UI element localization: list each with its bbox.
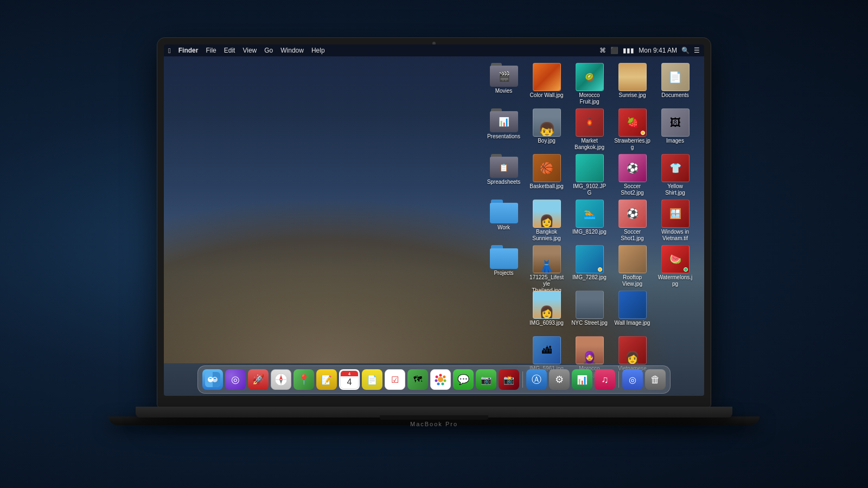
- icon-work[interactable]: Work: [483, 197, 524, 241]
- dock-item-reminders[interactable]: ☑: [385, 369, 405, 390]
- edit-menu[interactable]: Edit: [224, 47, 235, 54]
- notification-icon[interactable]: ☰: [694, 47, 700, 54]
- dock-item-calendar[interactable]: 4 4: [339, 369, 360, 390]
- dock-item-siri[interactable]: ◎: [225, 369, 246, 390]
- icon-documents[interactable]: 📄 Documents: [655, 61, 695, 104]
- dock-item-messages[interactable]: 💬: [453, 369, 474, 390]
- wifi-icon: ⌘: [599, 47, 606, 54]
- dock-item-system-prefs[interactable]: ⚙: [549, 369, 570, 390]
- icon-basketball[interactable]: 🏀 Basketball.jpg: [526, 152, 567, 195]
- svg-point-4: [212, 377, 218, 382]
- icon-strawberries[interactable]: 🍓 Strawberries.jpg: [612, 106, 653, 150]
- macbook-label: MacBook Pro: [410, 421, 458, 427]
- dock-item-itunes[interactable]: ♫: [595, 369, 615, 390]
- icon-nyc-street[interactable]: NYC Street.jpg: [569, 288, 610, 332]
- icon-spreadsheets[interactable]: 📋 Spreadsheets: [483, 152, 524, 195]
- dock-item-trash[interactable]: 🗑: [645, 369, 666, 390]
- svg-point-16: [442, 383, 444, 386]
- icon-images[interactable]: 🖼 Images: [655, 106, 695, 150]
- clock: Mon 9:41 AM: [639, 47, 677, 54]
- dock-item-facetime[interactable]: 📷: [476, 369, 496, 390]
- dock-item-appstore[interactable]: Ⓐ: [526, 369, 547, 390]
- dock-item-launchpad[interactable]: 🚀: [248, 369, 269, 390]
- dock-separator-2: [618, 371, 619, 388]
- dock-item-notes[interactable]: 📄: [362, 369, 382, 390]
- dock-item-photos[interactable]: [430, 369, 451, 390]
- view-menu[interactable]: View: [242, 47, 257, 54]
- svg-rect-6: [214, 378, 216, 379]
- icon-soccer-shot2[interactable]: ⚽ Soccer Shot2.jpg: [612, 152, 653, 195]
- dock-item-safari[interactable]: [271, 369, 291, 390]
- finder-menu[interactable]: Finder: [178, 47, 199, 54]
- menubar:  Finder File Edit View Go Window Help ⌘…: [164, 44, 704, 56]
- go-menu[interactable]: Go: [264, 47, 273, 54]
- icon-watermelons[interactable]: 🍉 Watermelons.jpg: [655, 243, 695, 286]
- screen-bezel:  Finder File Edit View Go Window Help ⌘…: [157, 38, 711, 407]
- dock-separator: [522, 371, 523, 388]
- menubar-right: ⌘ ⬛ ▮▮▮ Mon 9:41 AM 🔍 ☰: [599, 47, 700, 54]
- svg-point-19: [436, 376, 438, 378]
- svg-point-13: [439, 374, 442, 377]
- icon-sunrise[interactable]: Sunrise.jpg: [612, 61, 653, 104]
- icon-market-bangkok[interactable]: 🏮 Market Bangkok.jpg: [569, 106, 610, 150]
- icon-img7282[interactable]: IMG_7282.jpg: [569, 243, 610, 286]
- svg-point-15: [444, 380, 446, 382]
- icon-boy[interactable]: 👦 Boy.jpg: [526, 106, 567, 150]
- icon-soccer-shot1[interactable]: ⚽ Soccer Shot1.jpg: [612, 197, 653, 241]
- apple-menu[interactable]: : [168, 47, 171, 55]
- svg-point-12: [438, 377, 443, 382]
- dock-item-photobooth[interactable]: 📸: [499, 369, 519, 390]
- svg-point-14: [443, 376, 445, 378]
- svg-point-18: [435, 380, 438, 382]
- icon-img9102[interactable]: IMG_9102.JPG: [569, 152, 610, 195]
- airplay-icon: ⬛: [610, 47, 618, 54]
- dock-item-stickies[interactable]: 📝: [316, 369, 337, 390]
- macbook-base: MacBook Pro: [136, 407, 732, 418]
- dock-item-numbers[interactable]: 📊: [572, 369, 592, 390]
- icon-img6093[interactable]: 👩 IMG_6093.jpg: [526, 288, 567, 332]
- icon-yellow-shirt[interactable]: 👕 Yellow Shirt.jpg: [655, 152, 695, 195]
- file-menu[interactable]: File: [206, 47, 216, 54]
- svg-rect-5: [209, 378, 212, 379]
- svg-point-17: [437, 383, 440, 386]
- screen:  Finder File Edit View Go Window Help ⌘…: [164, 44, 704, 396]
- icon-lifestyle-thailand[interactable]: 👗 171225_Lifestyle Thailand.jpg: [526, 243, 567, 286]
- icon-rooftop-view[interactable]: Rooftop View.jpg: [612, 243, 653, 286]
- dock: ◎ 🚀 📍: [197, 365, 671, 394]
- icon-img8120[interactable]: 🏊 IMG_8120.jpg: [569, 197, 610, 241]
- dock-item-finder[interactable]: [202, 369, 223, 390]
- battery-icon: ▮▮▮: [623, 47, 634, 54]
- macbook-outer:  Finder File Edit View Go Window Help ⌘…: [157, 38, 711, 450]
- icon-morocco-fruit[interactable]: 🥝 Morocco Fruit.jpg: [569, 61, 610, 104]
- icon-windows-vietnam[interactable]: 🪟 Windows in Vietnam.tif: [655, 197, 695, 241]
- dock-item-maps2[interactable]: 🗺: [407, 369, 428, 390]
- dock-item-maps[interactable]: 📍: [293, 369, 314, 390]
- icon-bangkok-sunnies[interactable]: 👩 Bangkok Sunnies.jpg: [526, 197, 567, 241]
- spotlight-icon[interactable]: 🔍: [681, 47, 690, 54]
- icon-wall-image[interactable]: Wall Image.jpg: [612, 288, 653, 332]
- icon-projects[interactable]: Projects: [483, 243, 524, 286]
- icon-movies[interactable]: 🎬 Movies: [483, 61, 524, 104]
- dock-item-airdrop[interactable]: ◎: [622, 369, 643, 390]
- icon-color-wall[interactable]: Color Wall.jpg: [526, 61, 567, 104]
- window-menu[interactable]: Window: [280, 47, 304, 54]
- icon-presentations[interactable]: 📊 Presentations: [483, 106, 524, 150]
- menubar-left:  Finder File Edit View Go Window Help: [168, 47, 325, 55]
- help-menu[interactable]: Help: [311, 47, 325, 54]
